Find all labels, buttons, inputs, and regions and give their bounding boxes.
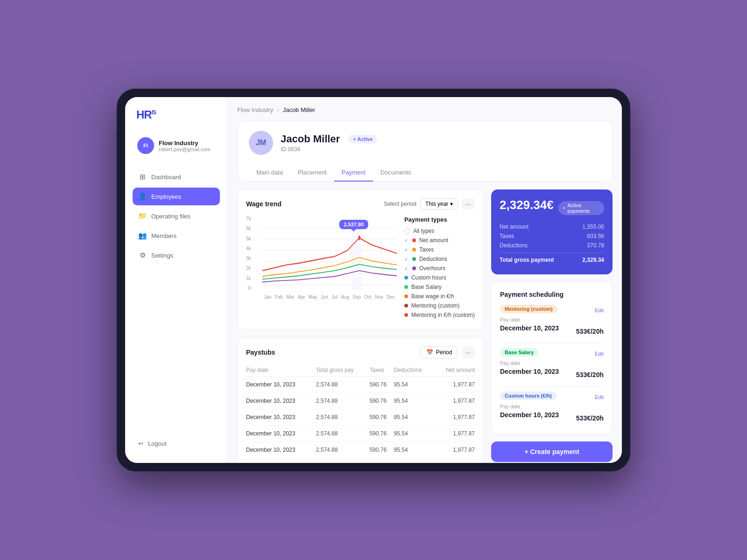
cell-date: December 10, 2023 — [246, 442, 316, 458]
payment-type-taxes[interactable]: ✓ Taxes — [404, 246, 475, 253]
profile-card: JM Jacob Miller + Active ID 0834 Main da… — [237, 121, 613, 182]
table-row[interactable]: December 10, 2023 2,574.88 590.76 95.54 … — [246, 409, 475, 426]
cell-taxes: 590.76 — [369, 409, 394, 426]
table-row[interactable]: December 10, 2023 2,574.88 590.76 95.54 … — [246, 393, 475, 409]
summary-amount: 2,329.34€ — [500, 198, 554, 212]
sidebar-item-label: Settings — [151, 252, 173, 259]
cell-deductions: 95.54 — [394, 393, 434, 409]
dashboard-icon: ⊞ — [138, 173, 147, 181]
period-label: Period — [436, 349, 452, 356]
payment-type-custom-hours[interactable]: Custom hours — [404, 274, 475, 281]
wage-trend-card: Wage trend Select period This year ▾ ··· — [237, 189, 484, 330]
radio-empty-icon — [404, 228, 410, 234]
cell-deductions: 95.54 — [394, 442, 434, 458]
tab-payment[interactable]: Payment — [334, 164, 373, 182]
sidebar-item-members[interactable]: 👥 Members — [133, 227, 220, 245]
summary-header: 2,329.34€ ● Active payments — [500, 198, 604, 218]
cell-net: 1,977.87 — [434, 442, 475, 458]
dot-icon — [404, 276, 408, 280]
col-net: Net amount — [434, 364, 475, 377]
sidebar-item-label: Members — [151, 232, 176, 239]
sidebar-item-operating-files[interactable]: 📁 Operating files — [133, 207, 220, 225]
summary-taxes: Taxes 603.56 — [500, 233, 604, 239]
payment-type-all[interactable]: All types — [404, 228, 475, 234]
payment-type-deductions[interactable]: ✓ Deductions — [404, 256, 475, 262]
calendar-icon: 📅 — [426, 349, 433, 356]
wage-chart — [262, 216, 397, 291]
payment-type-mentoring-eur[interactable]: Mentoring in €/h (custom) — [404, 312, 475, 318]
main-content: Flow Industry › Jacob Miller JM Jacob Mi… — [228, 97, 622, 463]
sched-item-header: Base Salary Edit — [500, 348, 604, 359]
cell-date: December 10, 2023 — [246, 393, 316, 409]
create-payment-button[interactable]: + Create payment — [491, 441, 613, 462]
tab-placement[interactable]: Placement — [290, 164, 334, 182]
nav-items: ⊞ Dashboard 👤 Employees 📁 Operating file… — [133, 168, 220, 435]
content-grid: Wage trend Select period This year ▾ ··· — [237, 189, 613, 463]
period-dropdown[interactable]: This year ▾ — [420, 198, 458, 210]
dot-icon — [412, 238, 416, 242]
cell-gross: 2,574.88 — [316, 377, 370, 393]
breadcrumb-parent[interactable]: Flow Industry — [237, 106, 273, 113]
cell-net: 1,977.87 — [434, 393, 475, 409]
active-payments-badge: ● Active payments — [558, 201, 604, 215]
payment-type-overhours[interactable]: ✓ Overhours — [404, 265, 475, 272]
pay-amount-value: 533€/20h — [576, 371, 604, 378]
paystubs-more-button[interactable]: ··· — [462, 346, 475, 358]
y-axis: 7k 6k 5k 4k 3k 2k 1k 0 — [246, 216, 255, 291]
table-row[interactable]: December 10, 2023 2,574.88 590.76 95.54 … — [246, 426, 475, 442]
user-info: Flow Industry robert.pov@gmail.com — [159, 140, 211, 152]
payment-type-mentoring-custom[interactable]: Mentoring (custom) — [404, 302, 475, 309]
edit-mentoring-link[interactable]: Edit — [595, 308, 604, 313]
logout-icon: ↩ — [138, 440, 143, 447]
table-row[interactable]: December 10, 2023 2,574.88 590.76 95.54 … — [246, 442, 475, 458]
check-icon: ✓ — [404, 257, 408, 262]
edit-custom-link[interactable]: Edit — [595, 394, 604, 400]
members-icon: 👥 — [138, 231, 147, 240]
pay-date-label: Pay date — [500, 317, 604, 322]
cell-taxes: 590.76 — [369, 377, 394, 393]
chart-x-labels: JanFebMarApr MayJunJulAug SepOctNovDec — [262, 294, 397, 300]
table-row[interactable]: December 10, 2023 2,574.88 590.76 95.54 … — [246, 377, 475, 393]
tab-main-data[interactable]: Main data — [249, 164, 290, 182]
payment-type-base-salary[interactable]: Base Salary — [404, 284, 475, 290]
left-column: Wage trend Select period This year ▾ ··· — [237, 189, 484, 463]
logout-button[interactable]: ↩ Logout — [133, 435, 220, 452]
sidebar-item-dashboard[interactable]: ⊞ Dashboard — [133, 168, 220, 186]
summary-divider — [500, 252, 604, 253]
salary-badge: Base Salary — [500, 348, 538, 357]
payment-type-base-wage[interactable]: Base wage in €/h — [404, 293, 475, 300]
breadcrumb-child: Jacob Miller — [283, 106, 315, 113]
paystubs-title: Paystubs — [246, 349, 275, 356]
cell-date: December 10, 2023 — [246, 426, 316, 442]
scheduling-item-mentoring: Mentoring (custom) Edit Pay date Decembe… — [500, 305, 604, 338]
scheduling-item-salary: Base Salary Edit Pay date December 10, 2… — [500, 348, 604, 382]
breadcrumb: Flow Industry › Jacob Miller — [237, 106, 613, 113]
user-card: FI Flow Industry robert.pov@gmail.com — [133, 133, 220, 159]
pay-date-label: Pay date — [500, 360, 604, 366]
dot-icon — [412, 248, 416, 252]
more-options-button[interactable]: ··· — [462, 198, 475, 210]
payment-type-net[interactable]: ✓ Net amount — [404, 237, 475, 244]
logout-label: Logout — [148, 440, 167, 447]
sched-divider — [500, 343, 604, 343]
chart-area: 2,537.90 — [262, 216, 397, 305]
sidebar-item-employees[interactable]: 👤 Employees — [133, 188, 220, 205]
edit-salary-link[interactable]: Edit — [595, 351, 604, 357]
cell-taxes: 590.76 — [369, 393, 394, 409]
pay-date-value: December 10, 2023 — [500, 368, 559, 375]
summary-card: 2,329.34€ ● Active payments Net amount 1… — [491, 189, 613, 274]
profile-id: ID 0834 — [281, 146, 377, 153]
paystubs-card: Paystubs 📅 Period ··· — [237, 337, 484, 463]
cell-net: 1,977.87 — [434, 426, 475, 442]
payment-types-title: Payment types — [404, 216, 475, 223]
tab-documents[interactable]: Documents — [373, 164, 419, 182]
profile-info: Jacob Miller + Active ID 0834 — [281, 133, 377, 153]
sidebar-item-label: Employees — [151, 193, 181, 200]
sidebar-item-settings[interactable]: ⚙ Settings — [133, 246, 220, 264]
dot-icon — [404, 294, 408, 298]
chevron-down-icon: ▾ — [450, 201, 453, 207]
summary-total: Total gross payment 2,329.34 — [500, 257, 604, 263]
sidebar: HRIS FI Flow Industry robert.pov@gmail.c… — [125, 97, 228, 463]
period-button[interactable]: 📅 Period — [420, 346, 458, 358]
cell-gross: 2,574.88 — [316, 409, 370, 426]
